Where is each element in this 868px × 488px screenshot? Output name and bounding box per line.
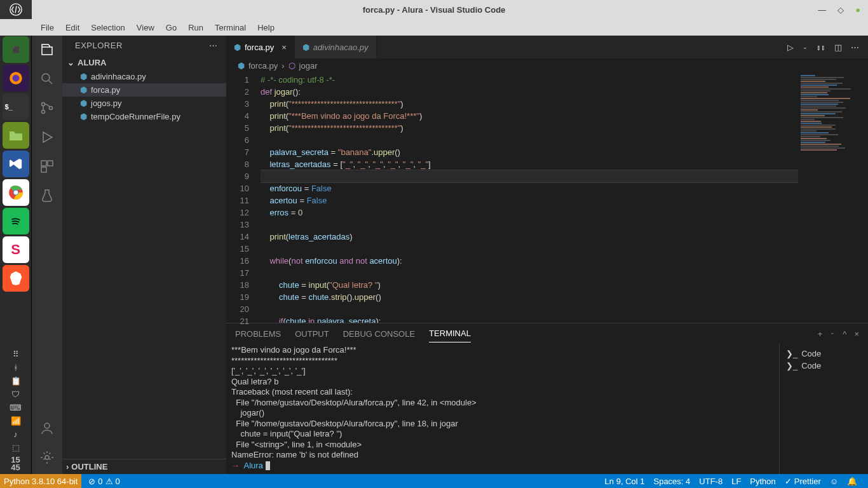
run-debug-icon[interactable] [39,130,55,145]
maximize-button[interactable]: ◇ [837,5,844,15]
panel-tab-problems[interactable]: PROBLEMS [235,325,281,342]
account-icon[interactable] [39,421,55,436]
terminal-entry[interactable]: ❯_Code [786,360,862,372]
panel-tab-output[interactable]: OUTPUT [295,325,329,342]
panel-tab-debug-console[interactable]: DEBUG CONSOLE [343,325,415,342]
menu-view[interactable]: View [132,22,159,34]
svg-rect-13 [41,167,46,172]
sidebar: EXPLORER ⋯ ⌄ ALURA ⬢adivinhacao.py⬢forca… [62,36,226,474]
source-control-icon[interactable] [39,100,55,116]
menu-run[interactable]: Run [183,22,208,34]
language-mode[interactable]: Python [745,477,780,486]
panel-close-icon[interactable]: × [854,329,859,339]
tray-music-icon[interactable]: ♪ [13,430,18,439]
eol[interactable]: LF [727,477,745,486]
code-editor[interactable]: # -*- coding: utf-8 -*-def jogar(): prin… [261,72,798,323]
search-icon[interactable] [39,71,55,86]
split-editor-icon[interactable]: ◫ [834,43,842,52]
python-file-icon: ⬢ [238,61,245,71]
tray-clipboard-icon[interactable]: 📋 [11,376,21,386]
editor-tab[interactable]: ⬢forca.py× [226,36,295,58]
python-file-icon: ⬢ [80,72,87,81]
menu-help[interactable]: Help [252,22,280,34]
dock-app-firefox[interactable] [3,65,29,92]
os-logo[interactable] [0,0,32,19]
split-compare-icon[interactable]: ⫾⫾ [817,43,825,52]
svg-rect-12 [48,161,53,166]
tray-shield-icon[interactable]: 🛡 [11,390,20,399]
python-file-icon: ⬢ [80,98,87,108]
test-icon[interactable] [39,188,55,203]
dock-app-files[interactable] [3,122,29,149]
close-tab-icon[interactable]: × [281,43,287,52]
file-item[interactable]: ⬢adivinhacao.py [62,70,226,83]
terminal[interactable]: ***Bem vindo ao jogo da Forca!**********… [226,344,779,474]
menu-selection[interactable]: Selection [86,22,130,34]
outline-section[interactable]: › OUTLINE [62,459,226,474]
minimize-button[interactable]: — [818,5,826,15]
tray-keyboard-icon[interactable]: ⌨ [10,403,22,412]
status-errors[interactable]: ⊘0 ⚠0 [84,477,124,486]
dock-app-shell[interactable]: $_ [3,93,29,120]
menu-file[interactable]: File [36,22,59,34]
tray-drive-icon[interactable]: ⬚ [12,443,20,452]
svg-point-15 [45,456,49,459]
terminal-entry[interactable]: ❯_Code [786,348,862,360]
project-header[interactable]: ⌄ ALURA [62,55,226,70]
bell-icon[interactable]: 🔔 [843,477,862,486]
minimap[interactable] [798,72,868,323]
dock-app-spotify[interactable] [3,208,29,234]
file-item[interactable]: ⬢jogos.py [62,97,226,110]
editor-tab[interactable]: ⬢adivinhacao.py [295,36,377,58]
breadcrumb[interactable]: ⬢ forca.py › ⬡ jogar [226,58,868,72]
dock-app-chrome[interactable] [3,179,29,206]
panel-tab-terminal[interactable]: TERMINAL [429,325,471,342]
chevron-down-icon: ⌄ [66,58,75,67]
feedback-icon[interactable]: ☺ [825,477,843,486]
new-terminal-icon[interactable]: + [818,329,823,339]
tray-indicator-icon[interactable]: ⠿ [13,349,19,359]
sidebar-title: EXPLORER [75,41,123,50]
dock-app-slack[interactable]: S [3,236,29,263]
encoding[interactable]: UTF-8 [695,477,727,486]
extensions-icon[interactable] [39,159,55,174]
chevron-right-icon: › [66,462,69,471]
os-dock: ⬛ $_ S ⠿ ᚼ 📋 🛡 ⌨ 📶 ♪ ⬚ 1545 [0,36,32,474]
file-item[interactable]: ⬢tempCodeRunnerFile.py [62,110,226,123]
tab-more-icon[interactable]: ⋯ [851,43,859,52]
dock-app-vscode[interactable] [3,151,29,177]
tray-bluetooth-icon[interactable]: ᚼ [13,363,18,372]
line-gutter: 123456789101112131415161718192021 [226,72,261,323]
prettier-status[interactable]: ✓Prettier [780,477,825,486]
python-env[interactable]: Python 3.8.10 64-bit [0,474,81,488]
run-play-icon[interactable]: ▷ [787,43,794,52]
panel-maximize-icon[interactable]: ^ [843,329,846,339]
svg-point-5 [13,191,18,195]
panel: PROBLEMSOUTPUTDEBUG CONSOLETERMINAL + ⌄ … [226,323,868,474]
svg-point-14 [44,423,50,428]
terminal-shell-icon: ❯_ [786,349,797,358]
editor-tabs: ⬢forca.py×⬢adivinhacao.py ▷ ⌄ ⫾⫾ ◫ ⋯ [226,36,868,58]
svg-point-2 [12,75,19,82]
close-button[interactable]: ● [855,5,860,15]
terminal-dropdown-icon[interactable]: ⌄ [830,329,835,339]
menu-terminal[interactable]: Terminal [210,22,251,34]
run-dropdown-icon[interactable]: ⌄ [803,44,808,50]
menu-edit[interactable]: Edit [60,22,85,34]
file-item[interactable]: ⬢forca.py [62,83,226,97]
svg-point-7 [42,74,50,81]
tray-clock[interactable]: 1545 [11,456,20,471]
explorer-icon[interactable] [39,42,55,57]
check-icon: ✓ [785,477,792,486]
svg-point-10 [50,107,53,110]
settings-gear-icon[interactable] [39,450,55,465]
tray-wifi-icon[interactable]: 📶 [11,416,21,426]
svg-point-8 [42,103,45,106]
sidebar-more-icon[interactable]: ⋯ [209,41,218,50]
python-file-icon: ⬢ [80,112,87,121]
indent-setting[interactable]: Spaces: 4 [649,477,695,486]
dock-app-brave[interactable] [3,265,29,292]
menu-go[interactable]: Go [161,22,182,34]
dock-app-terminal[interactable]: ⬛ [3,36,29,63]
cursor-position[interactable]: Ln 9, Col 1 [600,477,649,486]
